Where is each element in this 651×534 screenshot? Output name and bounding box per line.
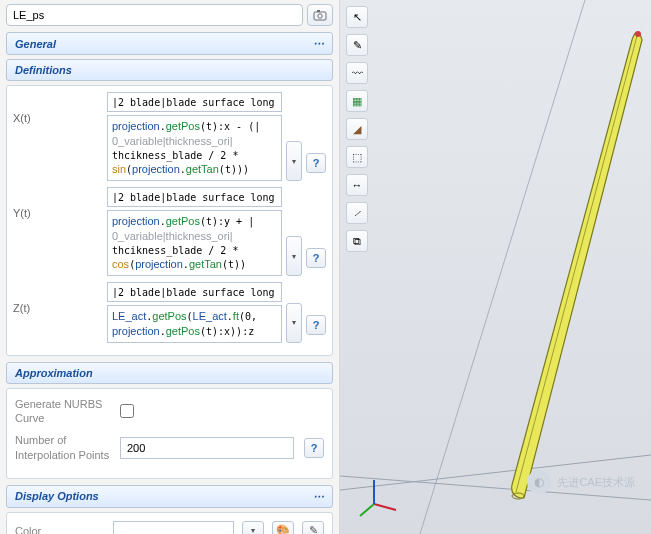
curve-icon: 〰 (352, 67, 363, 79)
color-swatch[interactable] (113, 521, 234, 534)
tool-pencil[interactable]: ✎ (346, 34, 368, 56)
tool-ruler[interactable]: ⟋ (346, 202, 368, 224)
definition-label: Y(t) (13, 187, 103, 219)
pointer-icon: ↖ (353, 11, 362, 24)
viewport-3d[interactable]: ↖ ✎ 〰 ▦ ◢ ⬚ ↔ ⟋ ⧉ ◐ 先进CAE技术源 (340, 0, 651, 534)
section-definitions[interactable]: Definitions (6, 59, 333, 81)
dropdown-button[interactable]: ▾ (286, 303, 302, 343)
help-button[interactable]: ? (306, 248, 326, 268)
tool-mesh[interactable]: ▦ (346, 90, 368, 112)
npts-label: Number of Interpolation Points (15, 433, 110, 462)
color-palette-button[interactable]: 🎨 (272, 521, 294, 534)
svg-line-9 (374, 504, 396, 510)
section-approximation[interactable]: Approximation (6, 362, 333, 384)
svg-point-7 (635, 31, 641, 37)
definition-label: Z(t) (13, 282, 103, 314)
camera-icon (313, 9, 327, 21)
viewport-toolbar: ↖ ✎ 〰 ▦ ◢ ⬚ ↔ ⟋ ⧉ (346, 6, 368, 252)
snapshot-button[interactable] (307, 4, 333, 26)
surface-icon: ◢ (353, 123, 361, 136)
section-definitions-label: Definitions (15, 64, 72, 76)
dropdown-button[interactable]: ▾ (286, 141, 302, 181)
tool-shell[interactable]: ⬚ (346, 146, 368, 168)
wechat-icon: ◐ (527, 470, 551, 494)
path-input[interactable] (107, 282, 282, 302)
ruler-icon: ⟋ (352, 207, 363, 219)
collapse-icon: ⋯ (313, 490, 324, 503)
help-button[interactable]: ? (306, 153, 326, 173)
help-button[interactable]: ? (304, 438, 324, 458)
nurbs-checkbox[interactable] (120, 404, 134, 418)
tool-curve[interactable]: 〰 (346, 62, 368, 84)
svg-rect-2 (317, 10, 320, 12)
svg-rect-0 (314, 12, 326, 20)
section-approximation-label: Approximation (15, 367, 93, 379)
name-row (6, 4, 333, 26)
svg-line-6 (516, 36, 637, 492)
help-button[interactable]: ? (306, 315, 326, 335)
mesh-icon: ▦ (352, 95, 362, 108)
palette-icon: 🎨 (276, 524, 290, 534)
approximation-box: Generate NURBS Curve Number of Interpola… (6, 388, 333, 479)
tool-copy[interactable]: ⧉ (346, 230, 368, 252)
scene-svg (340, 0, 651, 534)
definitions-box: X(t) projection.getPos(t):x - (|0_variab… (6, 85, 333, 356)
section-display[interactable]: Display Options⋯ (6, 485, 333, 508)
expression-input[interactable]: LE_act.getPos(LE_act.ft(0,projection.get… (107, 305, 282, 343)
display-box: Color ▾ 🎨 ✎ (6, 512, 333, 534)
svg-point-1 (318, 14, 322, 18)
expression-input[interactable]: projection.getPos(t):y + |0_variable|thi… (107, 210, 282, 276)
shell-icon: ⬚ (352, 151, 362, 164)
definition-row: Y(t) projection.getPos(t):y + |0_variabl… (13, 187, 326, 276)
tool-pointer[interactable]: ↖ (346, 6, 368, 28)
dropdown-button[interactable]: ▾ (286, 236, 302, 276)
section-general-label: General (15, 38, 56, 50)
copy-icon: ⧉ (353, 235, 361, 248)
collapse-icon: ⋯ (313, 37, 324, 50)
name-input[interactable] (6, 4, 303, 26)
tool-measure[interactable]: ↔ (346, 174, 368, 196)
pencil-icon: ✎ (309, 524, 318, 534)
section-general[interactable]: General⋯ (6, 32, 333, 55)
definition-row: Z(t) LE_act.getPos(LE_act.ft(0,projectio… (13, 282, 326, 343)
definition-row: X(t) projection.getPos(t):x - (|0_variab… (13, 92, 326, 181)
section-display-label: Display Options (15, 490, 99, 502)
color-dropdown-button[interactable]: ▾ (242, 521, 264, 534)
expression-input[interactable]: projection.getPos(t):x - (|0_variable|th… (107, 115, 282, 181)
path-input[interactable] (107, 187, 282, 207)
definition-label: X(t) (13, 92, 103, 124)
watermark-text: 先进CAE技术源 (557, 475, 635, 490)
watermark: ◐ 先进CAE技术源 (527, 470, 635, 494)
nurbs-label: Generate NURBS Curve (15, 397, 110, 426)
pencil-icon: ✎ (353, 39, 362, 52)
axis-triad-icon (354, 474, 400, 520)
svg-line-10 (360, 504, 374, 516)
color-label: Color (15, 525, 105, 534)
color-edit-button[interactable]: ✎ (302, 521, 324, 534)
measure-icon: ↔ (352, 179, 363, 191)
properties-panel: General⋯ Definitions X(t) projection.get… (0, 0, 340, 534)
path-input[interactable] (107, 92, 282, 112)
tool-surface[interactable]: ◢ (346, 118, 368, 140)
npts-input[interactable] (120, 437, 294, 459)
svg-line-5 (420, 0, 585, 534)
